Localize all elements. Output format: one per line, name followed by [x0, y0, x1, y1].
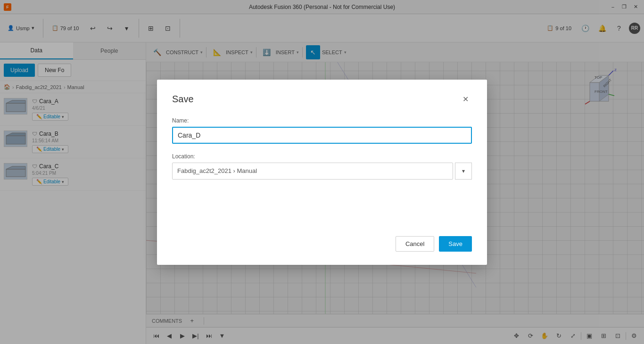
modal-footer: Cancel Save	[172, 236, 472, 252]
modal-overlay: Save ✕ Name: Location: ▾ Cancel Save	[0, 0, 644, 344]
save-button[interactable]: Save	[439, 236, 472, 252]
save-dialog: Save ✕ Name: Location: ▾ Cancel Save	[157, 80, 487, 265]
modal-header: Save ✕	[172, 93, 472, 106]
location-field-group: Location: ▾	[172, 153, 472, 180]
location-dropdown-btn[interactable]: ▾	[455, 163, 472, 180]
location-row: ▾	[172, 163, 472, 180]
name-label: Name:	[172, 117, 472, 124]
location-input[interactable]	[172, 163, 453, 180]
modal-title: Save	[172, 94, 194, 105]
location-label: Location:	[172, 153, 472, 160]
cancel-button[interactable]: Cancel	[396, 236, 434, 252]
modal-close-button[interactable]: ✕	[459, 93, 472, 106]
name-field-group: Name:	[172, 117, 472, 144]
name-input[interactable]	[172, 127, 472, 144]
